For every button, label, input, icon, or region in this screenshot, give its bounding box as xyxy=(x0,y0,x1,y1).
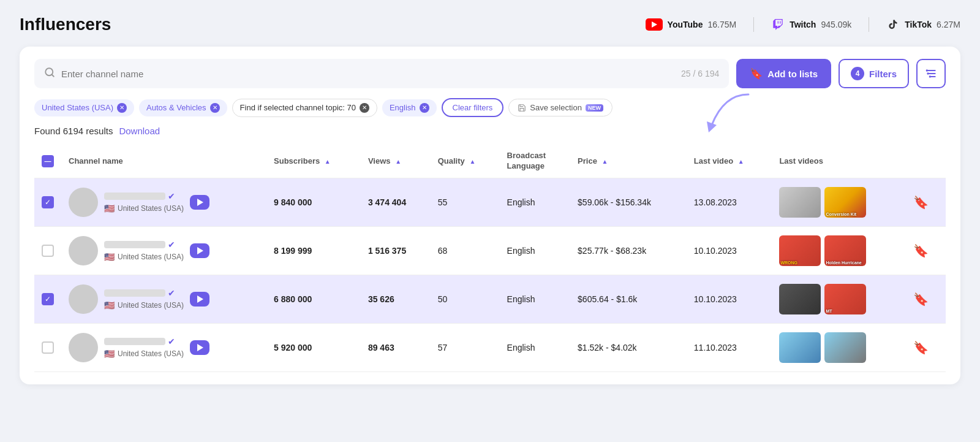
channel-name-blur-2 xyxy=(104,241,165,248)
filters-button[interactable]: 4 Filters xyxy=(839,59,909,88)
channel-info-3: ✔ 🇺🇸 United States (USA) xyxy=(104,288,184,310)
remove-usa-filter[interactable]: ✕ xyxy=(117,103,127,113)
td-thumbnails-1: Conversion Kit xyxy=(772,178,906,226)
yt-play-1[interactable] xyxy=(190,195,209,210)
sort-lastvideo-icon[interactable]: ▲ xyxy=(738,158,744,165)
youtube-name: YouTube xyxy=(668,20,703,29)
svg-point-8 xyxy=(929,75,931,77)
sort-price-icon[interactable]: ▲ xyxy=(602,158,608,165)
save-button-1[interactable]: 🔖 xyxy=(913,196,929,209)
thumbnail-2b[interactable]: Holden Hurricane xyxy=(824,235,866,266)
td-channel-4: ✔ 🇺🇸 United States (USA) xyxy=(61,323,266,372)
filter-tag-usa: United States (USA) ✕ xyxy=(34,99,134,116)
th-price: Price ▲ xyxy=(570,145,687,178)
remove-english-filter[interactable]: ✕ xyxy=(420,103,429,113)
search-input[interactable] xyxy=(61,69,681,79)
svg-line-1 xyxy=(51,74,53,76)
channel-name-blur-3 xyxy=(104,289,165,297)
avatar-1 xyxy=(69,188,98,217)
search-count: 25 / 6 194 xyxy=(681,69,719,78)
channel-info-2: ✔ 🇺🇸 United States (USA) xyxy=(104,240,184,262)
thumbnail-3a[interactable] xyxy=(779,284,821,314)
search-row: 25 / 6 194 🔖 Add to lists 4 Filters xyxy=(34,59,946,88)
page-header: Influencers YouTube 16.75M Twitch 945.09… xyxy=(20,15,960,34)
youtube-count: 16.75M xyxy=(707,20,736,29)
save-button-3[interactable]: 🔖 xyxy=(913,292,929,306)
twitch-icon xyxy=(771,18,785,31)
verified-icon-3: ✔ xyxy=(168,288,175,298)
influencers-table: Channel name Subscribers ▲ Views ▲ Quali… xyxy=(34,145,946,372)
filter-options-button[interactable] xyxy=(916,59,946,88)
th-broadcast-language: BroadcastLanguage xyxy=(500,145,570,178)
yt-play-2[interactable] xyxy=(190,243,209,258)
td-views-2: 1 516 375 xyxy=(361,226,431,275)
filter-tags-row: United States (USA) ✕ Autos & Vehicles ✕… xyxy=(34,98,946,117)
row-checkbox-1[interactable] xyxy=(42,196,54,208)
td-quality-3: 50 xyxy=(431,275,500,323)
row-checkbox-2[interactable] xyxy=(42,245,54,257)
thumbnail-1b[interactable]: Conversion Kit xyxy=(824,187,866,218)
td-price-3: $605.64 - $1.6k xyxy=(570,275,687,323)
flag-3: 🇺🇸 xyxy=(104,300,115,310)
thumbnail-4b[interactable] xyxy=(824,332,866,363)
row-checkbox-3[interactable] xyxy=(42,293,54,305)
td-views-3: 35 626 xyxy=(361,275,431,323)
save-icon xyxy=(518,104,526,112)
tiktok-name: TikTok xyxy=(905,20,932,29)
tiktok-count: 6.27M xyxy=(937,20,960,29)
th-channel-name: Channel name xyxy=(61,145,266,178)
twitch-count: 945.09k xyxy=(821,20,851,29)
th-views: Views ▲ xyxy=(361,145,431,178)
td-channel-2: ✔ 🇺🇸 United States (USA) xyxy=(61,226,266,275)
save-button-4[interactable]: 🔖 xyxy=(913,341,929,354)
td-last-video-1: 13.08.2023 xyxy=(687,178,772,226)
select-all-checkbox[interactable] xyxy=(42,155,54,167)
remove-topic-filter[interactable]: ✕ xyxy=(360,103,369,113)
yt-play-3[interactable] xyxy=(190,292,209,307)
remove-autos-filter[interactable]: ✕ xyxy=(210,103,220,113)
search-container: 25 / 6 194 xyxy=(34,59,729,88)
results-summary: Found 6194 results Download xyxy=(34,126,946,136)
clear-filters-button[interactable]: Clear filters xyxy=(442,98,504,117)
td-checkbox-2 xyxy=(34,226,61,275)
flag-4: 🇺🇸 xyxy=(104,349,115,359)
td-language-4: English xyxy=(500,323,570,372)
svg-point-6 xyxy=(926,69,928,71)
thumbnail-2a[interactable]: WRONG xyxy=(779,235,821,266)
td-subscribers-4: 5 920 000 xyxy=(266,323,361,372)
th-last-video: Last video ▲ xyxy=(687,145,772,178)
row-checkbox-4[interactable] xyxy=(42,341,54,354)
td-views-4: 89 463 xyxy=(361,323,431,372)
th-actions xyxy=(906,145,946,178)
td-price-4: $1.52k - $4.02k xyxy=(570,323,687,372)
table-row: ✔ 🇺🇸 United States (USA) 6 880 000 xyxy=(34,275,946,323)
twitch-name: Twitch xyxy=(790,20,816,29)
sort-subscribers-icon[interactable]: ▲ xyxy=(325,158,331,165)
page-title: Influencers xyxy=(20,15,111,34)
filters-count-badge: 4 xyxy=(851,67,864,80)
thumbnail-1a[interactable] xyxy=(779,187,821,218)
flag-1: 🇺🇸 xyxy=(104,204,115,213)
download-link[interactable]: Download xyxy=(119,126,160,136)
platform-stats: YouTube 16.75M Twitch 945.09k TikTok 6.2… xyxy=(646,17,960,32)
thumbnail-4a[interactable] xyxy=(779,332,821,363)
th-subscribers: Subscribers ▲ xyxy=(266,145,361,178)
sort-views-icon[interactable]: ▲ xyxy=(395,158,401,165)
td-last-video-4: 11.10.2023 xyxy=(687,323,772,372)
td-language-2: English xyxy=(500,226,570,275)
new-badge: NEW xyxy=(586,104,603,112)
td-price-2: $25.77k - $68.23k xyxy=(570,226,687,275)
yt-play-4[interactable] xyxy=(190,340,209,355)
sort-quality-icon[interactable]: ▲ xyxy=(469,158,475,165)
td-save-4: 🔖 xyxy=(906,323,946,372)
td-save-2: 🔖 xyxy=(906,226,946,275)
thumbnail-3b[interactable]: MT xyxy=(824,284,866,314)
youtube-icon xyxy=(646,18,663,31)
td-views-1: 3 474 404 xyxy=(361,178,431,226)
save-selection-button[interactable]: Save selection NEW xyxy=(508,99,612,116)
add-to-lists-button[interactable]: 🔖 Add to lists xyxy=(736,59,831,88)
verified-icon-4: ✔ xyxy=(168,337,175,346)
save-button-2[interactable]: 🔖 xyxy=(913,244,929,257)
avatar-4 xyxy=(69,333,98,362)
td-quality-2: 68 xyxy=(431,226,500,275)
